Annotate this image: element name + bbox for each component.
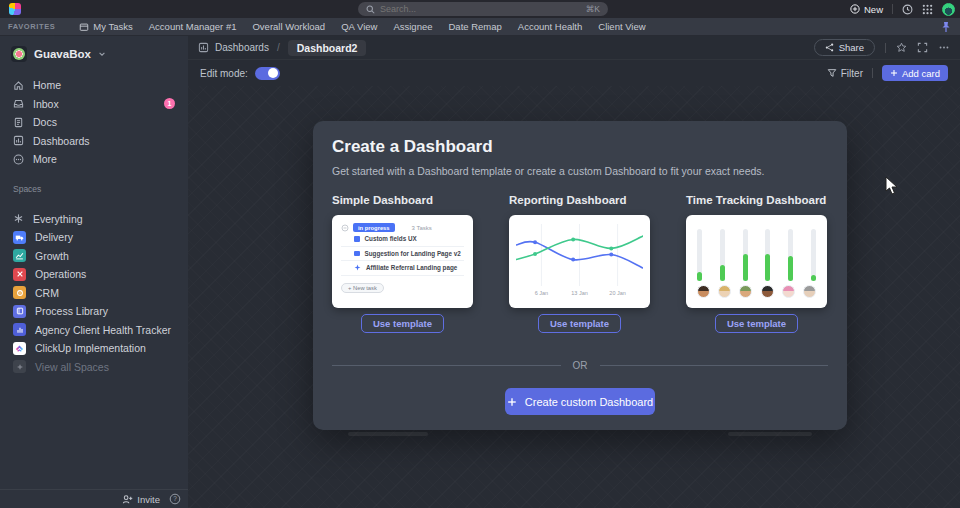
tab-qa-view[interactable]: QA View <box>341 21 377 32</box>
task-row: Affiliate Referral Landing page <box>341 261 464 276</box>
template-name: Simple Dashboard <box>332 194 473 206</box>
workspace-avatar <box>11 46 27 62</box>
search-input[interactable] <box>380 4 581 14</box>
plus-icon <box>507 397 517 407</box>
template-simple-dashboard: Simple Dashboard in progress 3 Tasks Cus… <box>332 194 473 333</box>
sidebar-space-delivery[interactable]: Delivery <box>0 228 188 247</box>
tab-my-tasks[interactable]: My Tasks <box>79 21 132 32</box>
status-badge: in progress <box>353 223 395 232</box>
template-name: Time Tracking Dashboard <box>686 194 827 206</box>
sidebar-item-more[interactable]: More <box>0 150 188 169</box>
truck-icon <box>13 231 26 244</box>
sidebar-item-dashboards[interactable]: Dashboards <box>0 132 188 151</box>
sprint-point-icon <box>354 264 361 271</box>
task-row: Suggestion for Landing Page v2 <box>341 247 464 262</box>
workspace-switcher[interactable]: GuavaBox <box>0 43 188 65</box>
sidebar-space-crm[interactable]: CRM <box>0 284 188 303</box>
time-bar-track <box>720 229 725 281</box>
dashboard-toolbar: Edit mode: Filter Add card <box>188 60 960 86</box>
plus-icon <box>13 360 26 373</box>
favorite-star-icon[interactable] <box>896 42 907 53</box>
sidebar-item-docs[interactable]: Docs <box>0 113 188 132</box>
or-divider: OR <box>332 360 828 371</box>
x-icon <box>13 268 26 281</box>
tab-assignee[interactable]: Assignee <box>393 21 432 32</box>
sidebar-space-growth[interactable]: Growth <box>0 247 188 266</box>
use-template-button-time-tracking[interactable]: Use template <box>715 314 798 333</box>
document-icon <box>13 117 24 128</box>
sidebar-space-process-library[interactable]: Process Library <box>0 302 188 321</box>
tab-overall-workload[interactable]: Overall Workload <box>252 21 325 32</box>
search-icon <box>366 5 375 14</box>
breadcrumb-dashboards[interactable]: Dashboards <box>215 42 269 53</box>
search-shortcut: ⌘K <box>586 4 600 14</box>
sidebar-item-home[interactable]: Home <box>0 76 188 95</box>
task-status-icon <box>354 251 360 257</box>
x-tick-label: 20 Jan <box>609 290 626 296</box>
simple-dashboard-preview[interactable]: in progress 3 Tasks Custom fields UX Sug… <box>332 215 473 308</box>
time-bar-fill <box>765 254 770 281</box>
reporting-dashboard-preview[interactable]: 6 Jan13 Jan20 Jan <box>509 215 650 308</box>
add-card-button[interactable]: Add card <box>882 65 948 81</box>
tab-date-remap[interactable]: Date Remap <box>449 21 502 32</box>
member-avatar <box>761 285 774 298</box>
help-icon[interactable]: ? <box>169 493 181 505</box>
sidebar-space-everything[interactable]: Everything <box>0 210 188 229</box>
sidebar-item-inbox[interactable]: Inbox 1 <box>0 95 188 114</box>
clickup-logo-icon[interactable] <box>9 3 21 15</box>
use-template-button-reporting[interactable]: Use template <box>538 314 621 333</box>
pin-icon[interactable] <box>941 21 951 33</box>
asterisk-icon <box>13 213 24 224</box>
time-bar-fill <box>811 275 816 281</box>
filter-button[interactable]: Filter <box>827 68 863 79</box>
line-chart-x-labels: 6 Jan13 Jan20 Jan <box>516 290 643 298</box>
skeleton-placeholder <box>348 432 428 436</box>
inbox-icon <box>13 98 24 109</box>
favorites-tab-bar: FAVORITES My Tasks Account Manager #1 Ov… <box>0 18 960 36</box>
home-icon <box>13 80 24 91</box>
apps-grid-icon[interactable] <box>922 4 933 15</box>
task-count: 3 Tasks <box>412 225 432 231</box>
time-bar-track <box>788 229 793 281</box>
create-custom-dashboard-button[interactable]: Create custom Dashboard <box>505 388 655 415</box>
time-bar-track <box>697 229 702 281</box>
global-search[interactable]: ⌘K <box>358 2 608 16</box>
time-tracking-bars <box>697 225 816 281</box>
tab-client-view[interactable]: Client View <box>598 21 645 32</box>
more-ellipsis-icon[interactable] <box>938 42 950 53</box>
new-button[interactable]: New <box>850 4 883 15</box>
view-all-spaces[interactable]: View all Spaces <box>0 358 188 377</box>
more-circle-icon <box>13 154 24 165</box>
time-tracking-dashboard-preview[interactable] <box>686 215 827 308</box>
crm-icon <box>13 286 26 299</box>
modal-title: Create a Dashboard <box>332 137 828 157</box>
dashboard-title-input[interactable]: Dashboard2 <box>288 40 367 56</box>
fullscreen-icon[interactable] <box>917 42 928 53</box>
share-button[interactable]: Share <box>814 39 875 56</box>
divider <box>872 68 873 78</box>
clickup-app: ⌘K New FAVORITES My Tasks Account Manage… <box>0 0 960 508</box>
new-task-button: + New task <box>341 283 384 293</box>
modal-subtitle: Get started with a Dashboard template or… <box>332 165 828 177</box>
edit-mode-toggle[interactable] <box>255 67 280 80</box>
use-template-button-simple[interactable]: Use template <box>361 314 444 333</box>
line-chart <box>516 222 643 289</box>
clock-icon[interactable] <box>902 4 913 15</box>
share-icon <box>825 43 834 52</box>
tasks-icon <box>79 22 89 32</box>
user-avatar[interactable] <box>942 3 955 16</box>
invite-button[interactable]: Invite <box>122 494 160 505</box>
tab-account-health[interactable]: Account Health <box>518 21 582 32</box>
time-bar-track <box>811 229 816 281</box>
sidebar-space-agency-client-health-tracker[interactable]: Agency Client Health Tracker <box>0 321 188 340</box>
task-status-icon <box>354 236 360 242</box>
x-tick-label: 6 Jan <box>535 290 548 296</box>
time-bar-track <box>765 229 770 281</box>
invite-user-icon <box>122 494 133 505</box>
sidebar: GuavaBox Home Inbox 1 Docs <box>0 36 188 508</box>
tab-account-manager-1[interactable]: Account Manager #1 <box>149 21 237 32</box>
member-avatar <box>803 285 816 298</box>
sidebar-space-clickup-implementation[interactable]: ClickUp Implementation <box>0 339 188 358</box>
sidebar-space-operations[interactable]: Operations <box>0 265 188 284</box>
bar-chart-icon <box>13 323 26 336</box>
